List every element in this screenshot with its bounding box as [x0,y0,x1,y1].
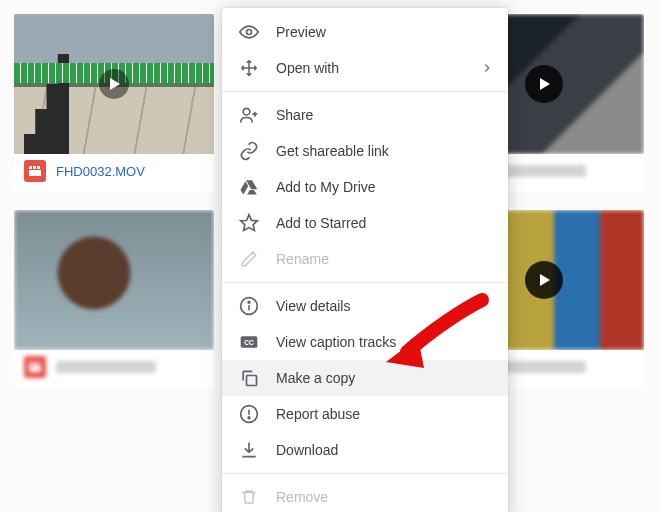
svg-marker-2 [241,215,258,231]
file-name-blurred [56,361,156,373]
person-add-icon [238,104,260,126]
menu-item-share[interactable]: Share [222,97,508,133]
video-thumbnail[interactable] [14,210,214,350]
play-icon [99,69,129,99]
menu-item-details[interactable]: View details [222,288,508,324]
menu-item-star[interactable]: Add to Starred [222,205,508,241]
eye-icon [238,21,260,43]
svg-point-11 [248,417,250,419]
menu-label: View caption tracks [276,334,396,350]
move-icon [238,57,260,79]
menu-label: Share [276,107,313,123]
download-icon [238,439,260,461]
menu-label: Make a copy [276,370,355,386]
menu-label: Open with [276,60,339,76]
copy-icon [238,367,260,389]
menu-label: Get shareable link [276,143,389,159]
menu-item-download[interactable]: Download [222,432,508,468]
video-file-icon [24,160,46,182]
menu-item-report-abuse[interactable]: Report abuse [222,396,508,432]
svg-text:CC: CC [244,339,254,346]
star-icon [238,212,260,234]
menu-separator [222,473,508,474]
menu-item-get-link[interactable]: Get shareable link [222,133,508,169]
svg-point-1 [243,108,250,115]
menu-item-preview[interactable]: Preview [222,14,508,50]
menu-label: Preview [276,24,326,40]
menu-item-make-copy[interactable]: Make a copy [222,360,508,396]
file-caption [14,350,214,388]
menu-item-remove: Remove [222,479,508,512]
info-icon [238,295,260,317]
link-icon [238,140,260,162]
alert-icon [238,403,260,425]
menu-item-open-with[interactable]: Open with [222,50,508,86]
file-caption: FHD0032.MOV [14,154,214,192]
pencil-icon [238,248,260,270]
menu-label: View details [276,298,350,314]
play-icon [525,261,563,299]
menu-label: Rename [276,251,329,267]
menu-item-captions[interactable]: CC View caption tracks [222,324,508,360]
menu-label: Remove [276,489,328,505]
menu-separator [222,282,508,283]
video-thumbnail[interactable] [14,14,214,154]
menu-label: Add to My Drive [276,179,376,195]
play-icon [525,65,563,103]
trash-icon [238,486,260,508]
video-file-icon [24,356,46,378]
cc-icon: CC [238,331,260,353]
file-name: FHD0032.MOV [56,164,145,179]
context-menu: Preview Open with Share Get shareable li… [222,8,508,512]
svg-point-0 [247,30,252,35]
menu-label: Add to Starred [276,215,366,231]
svg-rect-8 [247,376,257,386]
file-tile[interactable] [14,210,214,388]
drive-icon [238,176,260,198]
menu-item-rename: Rename [222,241,508,277]
menu-label: Report abuse [276,406,360,422]
chevron-right-icon [480,61,494,75]
svg-point-5 [248,301,250,303]
menu-separator [222,91,508,92]
menu-item-add-drive[interactable]: Add to My Drive [222,169,508,205]
file-tile[interactable]: FHD0032.MOV [14,14,214,192]
menu-label: Download [276,442,338,458]
